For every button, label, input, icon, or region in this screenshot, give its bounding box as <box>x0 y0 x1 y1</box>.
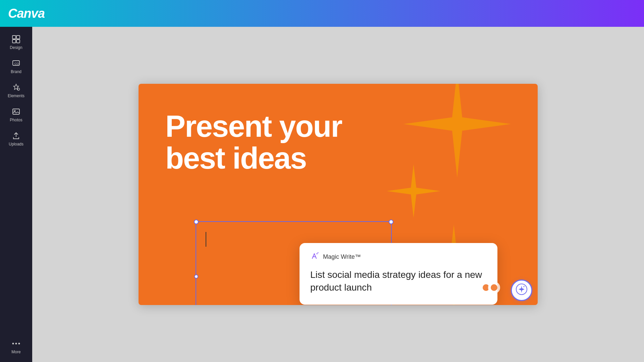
elements-icon <box>12 83 20 92</box>
svg-rect-1 <box>16 36 20 39</box>
sidebar-item-more[interactable]: More <box>3 335 30 358</box>
svg-rect-3 <box>16 40 20 43</box>
main-area: Present your best ideas <box>32 27 644 362</box>
sidebar-item-brand[interactable]: CO. Brand <box>3 55 30 78</box>
handle-corner-tr[interactable] <box>389 220 393 224</box>
svg-point-9 <box>12 343 14 344</box>
sidebar-item-elements[interactable]: Elements <box>3 79 30 102</box>
sidebar-item-uploads[interactable]: Uploads <box>3 127 30 150</box>
star-large-decoration <box>404 84 511 178</box>
sidebar-item-photos[interactable]: Photos <box>3 103 30 126</box>
svg-rect-2 <box>12 40 16 43</box>
canvas-slide[interactable]: Present your best ideas <box>139 84 538 305</box>
magic-circle-button[interactable] <box>511 280 532 301</box>
more-icon <box>12 339 20 348</box>
brand-icon: CO. <box>12 59 20 68</box>
magic-write-header: Magic Write™ <box>310 251 487 262</box>
photos-icon <box>12 107 20 116</box>
svg-rect-0 <box>12 36 16 39</box>
magic-write-popup[interactable]: Magic Write™ List social media strategy … <box>300 243 497 305</box>
text-cursor <box>206 232 206 247</box>
handle-side-left[interactable] <box>194 275 198 279</box>
star-medium-decoration <box>387 164 440 218</box>
slide-headline: Present your best ideas <box>165 111 342 174</box>
sidebar-item-design[interactable]: Design <box>3 31 30 54</box>
svg-rect-7 <box>13 109 19 114</box>
handle-corner-tl[interactable] <box>194 220 199 224</box>
svg-text:CO.: CO. <box>14 62 20 65</box>
svg-point-19 <box>491 284 497 291</box>
uploads-icon <box>12 131 20 140</box>
svg-point-21 <box>523 286 525 287</box>
magic-write-prompt: List social media strategy ideas for a n… <box>310 268 487 294</box>
design-icon <box>12 35 20 44</box>
svg-point-11 <box>18 343 20 344</box>
header: Canva <box>0 0 644 27</box>
canva-logo: Canva <box>8 6 45 21</box>
sidebar: Design CO. Brand Elements Photos <box>0 27 32 362</box>
svg-point-10 <box>15 343 17 344</box>
magic-write-icon <box>310 251 320 262</box>
svg-marker-12 <box>404 84 511 178</box>
svg-point-15 <box>318 252 319 253</box>
magic-write-title: Magic Write™ <box>323 253 361 260</box>
magic-sparkle-icon <box>516 284 527 297</box>
svg-marker-13 <box>387 164 440 218</box>
slide-logo <box>477 281 504 296</box>
